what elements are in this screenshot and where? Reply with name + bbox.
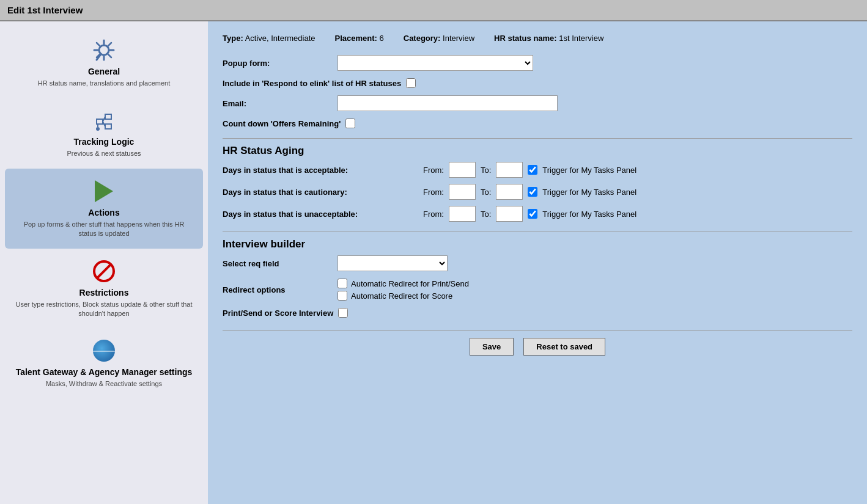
actions-desc: Pop up forms & other stuff that happens … — [17, 220, 191, 239]
email-input[interactable] — [338, 95, 558, 111]
category-meta: Category: Interview — [404, 34, 474, 43]
actions-title: Actions — [88, 208, 119, 217]
unacceptable-from-label: From: — [423, 210, 444, 219]
count-down-row: Count down 'Offers Remaining' — [223, 119, 852, 128]
restrictions-title: Restrictions — [79, 288, 129, 298]
popup-form-row: Popup form: — [223, 55, 852, 71]
redirect-options-label: Redirect options — [223, 285, 333, 294]
hr-status-aging-title: HR Status Aging — [223, 138, 852, 157]
unacceptable-label: Days in status that is unacceptable: — [223, 210, 418, 219]
interview-builder-title: Interview builder — [223, 232, 852, 250]
content-area: Type: Active, Intermediate Placement: 6 … — [208, 21, 867, 504]
acceptable-label: Days in status that is acceptable: — [223, 166, 418, 175]
cautionary-trigger-label: Trigger for My Tasks Panel — [542, 188, 636, 197]
tracking-logic-icon — [91, 108, 117, 133]
restrictions-icon — [91, 258, 117, 284]
acceptable-row: Days in status that is acceptable: From:… — [223, 162, 852, 178]
meta-row: Type: Active, Intermediate Placement: 6 … — [223, 34, 852, 43]
redirect-print-option: Automatic Redirect for Print/Send — [338, 279, 469, 288]
cautionary-trigger-checkbox[interactable] — [528, 187, 537, 197]
cautionary-to-input[interactable]: 20 — [496, 184, 523, 200]
include-elink-row: Include in 'Respond to elink' list of HR… — [223, 78, 852, 88]
actions-icon — [91, 178, 117, 204]
cautionary-from-label: From: — [423, 188, 444, 197]
unacceptable-to-label: To: — [481, 210, 491, 219]
unacceptable-trigger-checkbox[interactable] — [528, 209, 537, 219]
hr-status-name-meta: HR status name: 1st Interview — [494, 34, 603, 43]
restrictions-desc: User type restrictions, Block status upd… — [12, 300, 196, 319]
general-desc: HR status name, translations and placeme… — [38, 79, 170, 88]
acceptable-to-input[interactable]: 10 — [496, 162, 523, 178]
popup-form-select[interactable] — [338, 55, 533, 71]
talent-gateway-icon — [91, 338, 117, 363]
email-row: Email: — [223, 95, 852, 111]
bottom-buttons: Save Reset to saved — [223, 330, 852, 356]
svg-rect-2 — [97, 119, 103, 124]
acceptable-trigger-label: Trigger for My Tasks Panel — [542, 166, 636, 175]
talent-gateway-title: Talent Gateway & Agency Manager settings — [16, 367, 193, 377]
redirect-options-group: Automatic Redirect for Print/Send Automa… — [338, 279, 469, 301]
cautionary-to-label: To: — [481, 188, 491, 197]
include-elink-label: Include in 'Respond to elink' list of HR… — [223, 79, 401, 88]
type-meta: Type: Active, Intermediate — [223, 34, 315, 43]
sidebar-item-general[interactable]: General HR status name, translations and… — [0, 27, 208, 98]
cautionary-from-input[interactable]: 11 — [449, 184, 476, 200]
include-elink-checkbox[interactable] — [406, 78, 416, 88]
unacceptable-from-input[interactable]: 21 — [449, 206, 476, 222]
redirect-score-checkbox[interactable] — [338, 291, 347, 301]
email-label: Email: — [223, 99, 333, 108]
cautionary-row: Days in status that is cautionary: From:… — [223, 184, 852, 200]
redirect-print-label: Automatic Redirect for Print/Send — [351, 279, 469, 288]
print-send-score-row: Print/Send or Score Interview — [223, 308, 852, 318]
sidebar-item-tracking-logic[interactable]: Tracking Logic Previous & next statuses — [0, 98, 208, 168]
acceptable-to-label: To: — [481, 166, 491, 175]
tracking-logic-desc: Previous & next statuses — [67, 149, 141, 158]
sidebar-item-actions[interactable]: Actions Pop up forms & other stuff that … — [5, 169, 203, 249]
svg-point-7 — [96, 127, 100, 131]
sidebar: General HR status name, translations and… — [0, 21, 208, 504]
count-down-checkbox[interactable] — [345, 119, 355, 128]
reset-button[interactable]: Reset to saved — [523, 338, 605, 356]
print-send-score-label: Print/Send or Score Interview — [223, 309, 333, 318]
tracking-logic-title: Tracking Logic — [74, 137, 135, 147]
redirect-score-label: Automatic Redirect for Score — [351, 291, 452, 301]
select-req-field-select[interactable] — [338, 255, 448, 271]
select-req-field-row: Select req field — [223, 255, 852, 271]
talent-gateway-desc: Masks, Withdraw & Reactivate settings — [46, 379, 162, 389]
redirect-print-checkbox[interactable] — [338, 279, 347, 288]
acceptable-from-input[interactable]: 01 — [449, 162, 476, 178]
unacceptable-trigger-label: Trigger for My Tasks Panel — [542, 210, 636, 219]
save-button[interactable]: Save — [470, 338, 514, 356]
redirect-options-row: Redirect options Automatic Redirect for … — [223, 279, 852, 301]
svg-rect-4 — [105, 124, 111, 129]
unacceptable-to-input[interactable]: 365 — [496, 206, 523, 222]
acceptable-from-label: From: — [423, 166, 444, 175]
general-title: General — [88, 67, 120, 76]
page-title: Edit 1st Interview — [0, 0, 867, 21]
cautionary-label: Days in status that is cautionary: — [223, 188, 418, 197]
print-send-score-checkbox[interactable] — [338, 308, 348, 318]
sidebar-item-restrictions[interactable]: Restrictions User type restrictions, Blo… — [0, 249, 208, 329]
select-req-field-label: Select req field — [223, 259, 333, 268]
count-down-label: Count down 'Offers Remaining' — [223, 119, 341, 128]
unacceptable-row: Days in status that is unacceptable: Fro… — [223, 206, 852, 222]
svg-rect-3 — [105, 114, 111, 119]
redirect-score-option: Automatic Redirect for Score — [338, 291, 469, 301]
sidebar-item-talent-gateway[interactable]: Talent Gateway & Agency Manager settings… — [0, 328, 208, 398]
general-icon — [91, 37, 117, 63]
popup-form-label: Popup form: — [223, 59, 333, 68]
acceptable-trigger-checkbox[interactable] — [528, 165, 537, 175]
placement-meta: Placement: 6 — [335, 34, 384, 43]
svg-point-0 — [99, 45, 109, 55]
